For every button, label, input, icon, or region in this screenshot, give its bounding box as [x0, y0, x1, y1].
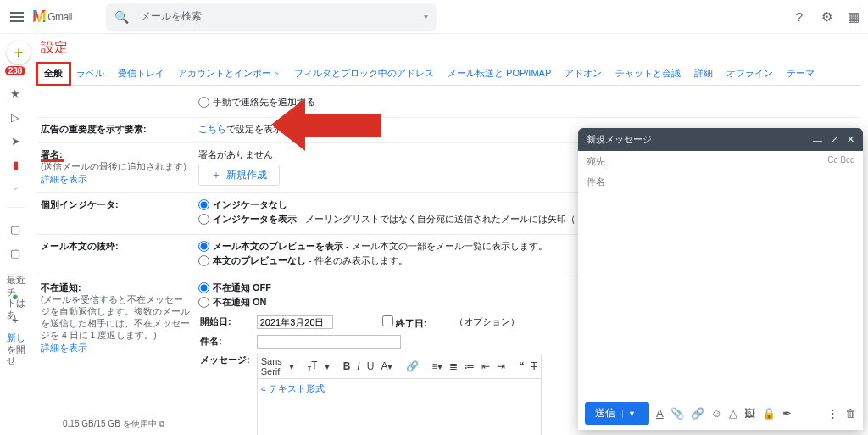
ooo-start-input[interactable]	[257, 315, 333, 329]
search-options-icon[interactable]: ▾	[424, 12, 428, 21]
compose-close-icon[interactable]: ✕	[847, 134, 854, 145]
indicator-none-radio[interactable]	[198, 199, 209, 210]
numbered-list-icon[interactable]: ≣	[449, 360, 458, 372]
compose-expand-icon[interactable]: ⤢	[831, 134, 838, 145]
bullet-list-icon[interactable]: ≔	[465, 360, 475, 372]
starred-icon[interactable]: ★	[8, 87, 22, 99]
fs-dd-icon[interactable]: ▾	[325, 360, 330, 372]
inbox-unread-badge[interactable]: 238	[5, 66, 26, 75]
compose-title: 新規メッセージ	[587, 133, 804, 146]
compose-subject-input[interactable]: 件名	[578, 172, 863, 193]
ad-settings-link[interactable]: こちら	[198, 124, 226, 134]
compose-button[interactable]: +	[7, 41, 31, 64]
ooo-label: 不在通知:	[41, 282, 81, 293]
hangout-avatar-icon[interactable]: ●	[8, 290, 22, 302]
insert-link-icon[interactable]: 🔗	[691, 407, 704, 420]
app-header: MGmail 🔍 メールを検索 ▾ ? ⚙ ▦	[0, 0, 868, 34]
tab-filters[interactable]: フィルタとブロック中のアドレス	[287, 64, 441, 85]
storage-usage[interactable]: 0.15 GB/15 GB を使用中⧉	[63, 418, 164, 430]
chat-icon[interactable]: ▢	[8, 223, 22, 235]
confidential-icon[interactable]: 🔒	[762, 407, 776, 420]
tab-chat[interactable]: チャットと会議	[609, 64, 687, 85]
plain-text-link[interactable]: « テキスト形式	[261, 383, 325, 393]
tab-accounts[interactable]: アカウントとインポート	[171, 64, 287, 85]
text-color-icon[interactable]: A▾	[381, 360, 392, 372]
contacts-manual-radio[interactable]	[198, 97, 209, 108]
signature-detail-link[interactable]: 詳細を表示	[41, 174, 87, 184]
signature-label: 署名:	[41, 149, 63, 159]
tab-offline[interactable]: オフライン	[720, 64, 780, 85]
ooo-on-radio[interactable]	[198, 297, 209, 308]
quote-icon[interactable]: ❝	[519, 360, 524, 372]
sidebar-divider	[7, 207, 24, 208]
indicator-show-radio[interactable]	[198, 214, 209, 225]
tab-advanced[interactable]: 詳細	[687, 64, 720, 85]
settings-gear-icon[interactable]: ⚙	[819, 9, 834, 25]
sent-icon[interactable]: ➤	[8, 135, 22, 147]
ooo-sub: (メールを受信すると不在メッセージを自動返信します。複数のメールを送信した相手に…	[41, 294, 190, 340]
meet-icon[interactable]: ▢	[8, 247, 22, 259]
send-button[interactable]: 送信▼	[585, 402, 649, 425]
preview-off-radio[interactable]	[198, 255, 209, 266]
indent-less-icon[interactable]: ⇤	[481, 360, 490, 372]
compose-bcc-link[interactable]: Bcc	[840, 155, 854, 165]
snoozed-icon[interactable]: ▷	[8, 111, 22, 123]
align-icon[interactable]: ≡▾	[431, 360, 442, 372]
create-signature-button[interactable]: ＋新規作成	[198, 165, 280, 186]
tab-labels[interactable]: ラベル	[70, 64, 111, 85]
compose-cc-link[interactable]: Cc	[827, 155, 837, 165]
ooo-subject-label: 件名:	[200, 336, 222, 346]
bold-icon[interactable]: B	[343, 360, 351, 372]
signature-icon[interactable]: ✒	[782, 407, 792, 420]
ooo-subject-input[interactable]	[257, 335, 401, 349]
indent-more-icon[interactable]: ⇥	[497, 360, 505, 372]
preview-label: メール本文の抜粋:	[41, 241, 119, 251]
tab-forwarding[interactable]: メール転送と POP/IMAP	[441, 64, 558, 85]
drive-icon[interactable]: △	[729, 407, 737, 420]
drafts-icon[interactable]: ▮	[8, 159, 22, 170]
search-placeholder: メールを検索	[141, 9, 424, 24]
ad-importance-label: 広告の重要度を示す要素:	[41, 124, 147, 134]
tab-general[interactable]: 全般	[37, 64, 70, 85]
rich-text-toolbar: Sans Serif▾ тT▾ B I U A▾ 🔗	[257, 354, 542, 378]
search-bar[interactable]: 🔍 メールを検索 ▾	[106, 3, 437, 31]
add-person-icon[interactable]: +	[8, 314, 22, 326]
main-menu-icon[interactable]	[7, 7, 27, 27]
ooo-off-radio[interactable]	[198, 282, 209, 293]
font-family-select[interactable]: Sans Serif	[261, 356, 282, 376]
ooo-end-checkbox[interactable]	[382, 315, 393, 326]
preview-on-radio[interactable]	[198, 241, 209, 252]
italic-icon[interactable]: I	[357, 360, 359, 372]
more-options-icon[interactable]: ⋮	[827, 407, 838, 420]
compose-to-row[interactable]: 宛先 Cc Bcc	[578, 151, 863, 172]
left-nav: 238 ★ ▷ ➤ ▮ ⌄ ▢ ▢ ● +	[0, 66, 31, 326]
compose-body-editor[interactable]	[578, 193, 863, 397]
apps-grid-icon[interactable]: ▦	[846, 9, 861, 25]
attach-icon[interactable]: 📎	[670, 407, 684, 420]
tab-inbox[interactable]: 受信トレイ	[111, 64, 171, 85]
tab-addons[interactable]: アドオン	[558, 64, 609, 85]
ooo-detail-link[interactable]: 詳細を表示	[41, 343, 87, 353]
gmail-logo[interactable]: MGmail	[32, 7, 72, 26]
compose-header[interactable]: 新規メッセージ — ⤢ ✕	[578, 128, 863, 151]
insert-photo-icon[interactable]: 🖼	[744, 407, 755, 420]
more-labels-icon[interactable]: ⌄	[12, 182, 19, 192]
format-icon[interactable]: A	[656, 407, 664, 420]
font-dd-icon[interactable]: ▾	[289, 360, 294, 372]
emoji-icon[interactable]: ☺	[711, 407, 722, 420]
font-size-icon[interactable]: тT	[308, 360, 318, 373]
plus-icon: ＋	[211, 168, 221, 182]
send-options-icon[interactable]: ▼	[622, 410, 636, 418]
start-new-chat-link[interactable]: 新し	[7, 332, 25, 343]
compose-minimize-icon[interactable]: —	[813, 135, 822, 145]
discard-draft-icon[interactable]: 🗑	[845, 407, 856, 420]
tab-themes[interactable]: テーマ	[780, 64, 821, 85]
ooo-end-opt: （オプション）	[454, 316, 520, 326]
link-icon[interactable]: 🔗	[406, 360, 418, 372]
underline-icon[interactable]: U	[367, 360, 375, 372]
sidebar-divider	[7, 274, 24, 275]
settings-tabs: 全般 ラベル 受信トレイ アカウントとインポート フィルタとブロック中のアドレス…	[37, 64, 861, 86]
help-icon[interactable]: ?	[792, 9, 807, 25]
clear-format-icon[interactable]: T	[531, 360, 537, 372]
ooo-message-editor[interactable]: « テキスト形式	[257, 378, 542, 435]
